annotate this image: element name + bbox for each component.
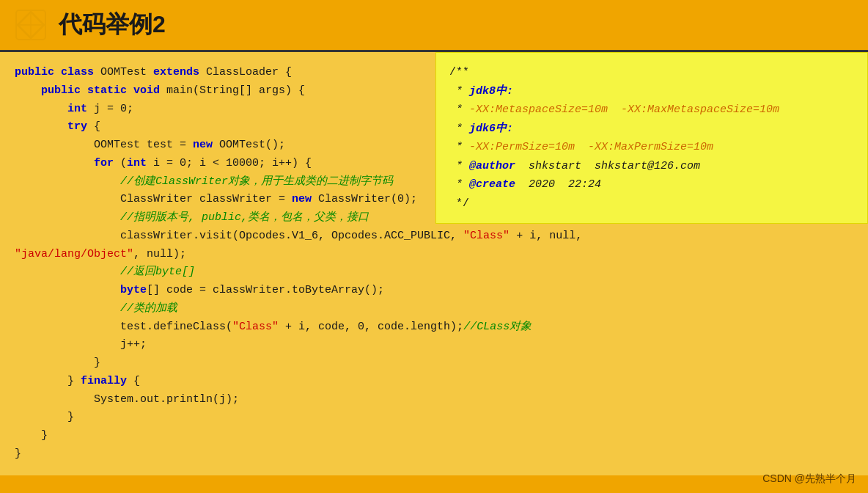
main-content: public class OOMTest extends ClassLoader… [0,52,868,475]
logo-icon [15,9,47,41]
watermark: CSDN @先熟半个月 [762,472,856,486]
page-title: 代码举例2 [59,9,166,41]
header: 代码举例2 [0,0,868,52]
comment-box: /** * jdk8中: * -XX:MetaspaceSize=10m -XX… [435,52,868,224]
